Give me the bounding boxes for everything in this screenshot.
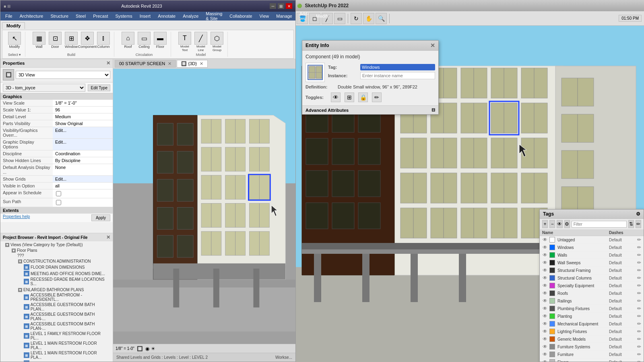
- tag-visibility-icon[interactable]: 👁: [542, 260, 548, 265]
- const-admin-toggle[interactable]: ▼: [18, 259, 22, 263]
- menu-file[interactable]: File: [2, 13, 16, 19]
- tag-color-swatch[interactable]: [549, 321, 555, 327]
- tab-3d[interactable]: 🔲 {3D} ✕: [177, 60, 208, 68]
- model-group-tool[interactable]: ⬡ Model Group: [210, 32, 224, 52]
- toggle-cast-shadows[interactable]: ⊞: [345, 93, 354, 102]
- tags-gear-icon[interactable]: ⚙: [636, 211, 640, 217]
- entity-tag-value[interactable]: Windows: [360, 64, 435, 70]
- door-tool[interactable]: ⊡ Door: [48, 32, 62, 49]
- tag-color-swatch[interactable]: [549, 329, 555, 334]
- tag-visibility-icon[interactable]: 👁: [542, 298, 548, 304]
- tag-visibility-icon[interactable]: 👁: [542, 321, 548, 327]
- tag-edit-icon[interactable]: ✏: [637, 252, 641, 258]
- sk-pan-tool[interactable]: ✋: [363, 13, 374, 24]
- wall-tool[interactable]: ▦ Wall: [32, 32, 46, 49]
- tag-color-swatch[interactable]: [549, 336, 555, 342]
- tag-edit-icon[interactable]: ✏: [637, 306, 641, 311]
- view-toolbar-icon-2[interactable]: ◉: [145, 346, 149, 352]
- tag-edit-icon[interactable]: ✏: [637, 245, 641, 250]
- toggle-visibility[interactable]: 👁: [331, 93, 341, 102]
- sk-rect-tool[interactable]: ▭: [334, 13, 345, 24]
- tag-color-swatch[interactable]: [549, 359, 555, 362]
- 3d-tab-close[interactable]: ✕: [200, 61, 203, 66]
- tag-edit-icon[interactable]: ✏: [637, 336, 641, 342]
- tag-visibility-icon[interactable]: 👁: [542, 344, 548, 350]
- edit-type-button[interactable]: Edit Type: [88, 84, 110, 91]
- list-item[interactable]: ▦ PRESIDENTIAL BATHROOM: [21, 360, 111, 362]
- tag-visibility-icon[interactable]: 👁: [542, 306, 548, 311]
- tag-visibility-icon[interactable]: 👁: [542, 275, 548, 281]
- component-tool[interactable]: ❖ Component: [80, 32, 95, 49]
- prop-value-graphicdisplay[interactable]: Edit...: [53, 139, 113, 150]
- tag-visibility-icon[interactable]: 👁: [542, 329, 548, 334]
- menu-insert[interactable]: Insert: [136, 13, 154, 19]
- entity-advanced-row[interactable]: Advanced Attributes ⊟: [302, 105, 438, 114]
- tags-edit-button[interactable]: ✏: [636, 220, 641, 228]
- tag-row[interactable]: 👁 Railings Default ✏: [540, 297, 644, 305]
- tag-edit-icon[interactable]: ✏: [637, 275, 641, 281]
- tags-settings-button[interactable]: ⚙: [564, 220, 570, 228]
- menu-structure[interactable]: Structure: [47, 13, 72, 19]
- tag-edit-icon[interactable]: ✏: [637, 283, 641, 288]
- entity-info-close[interactable]: ✕: [430, 42, 435, 49]
- menu-precast[interactable]: Precast: [90, 13, 111, 19]
- view-type-dropdown[interactable]: 3D View: [16, 71, 110, 79]
- maximize-button[interactable]: ⊞: [278, 3, 284, 9]
- list-item[interactable]: ▦ ACCESSIBLE GUESTROOM BATH PLAN...: [21, 302, 111, 312]
- properties-help-link[interactable]: Properties help: [3, 214, 30, 221]
- list-item[interactable]: ▦ FLOOR DRAIN DIMENSIONS: [21, 264, 111, 270]
- tag-edit-icon[interactable]: ✏: [637, 267, 641, 273]
- tag-color-swatch[interactable]: [549, 267, 555, 273]
- menu-collaborate[interactable]: Collaborate: [226, 13, 255, 19]
- tag-edit-icon[interactable]: ✏: [637, 329, 641, 334]
- menu-steel[interactable]: Steel: [72, 13, 89, 19]
- tag-edit-icon[interactable]: ✏: [637, 344, 641, 350]
- sk-orbit-tool[interactable]: ↻: [351, 13, 362, 24]
- project-browser-close[interactable]: ✕: [106, 234, 110, 240]
- tag-color-swatch[interactable]: [549, 344, 555, 350]
- ceiling-tool[interactable]: ▭ Ceiling: [137, 32, 151, 49]
- window-tool[interactable]: ⊞ Window: [64, 32, 78, 49]
- tag-visibility-icon[interactable]: 👁: [542, 252, 548, 258]
- menu-manage[interactable]: Manage: [273, 13, 295, 19]
- list-item[interactable]: ▦ LEVEL 1 MAIN RESTROOM FLOOR PLA...: [21, 341, 111, 350]
- list-item[interactable]: ▦ ACCESSIBLE BATHROOM - PRESIDENTL...: [21, 292, 111, 302]
- tag-row[interactable]: 👁 Planting Default ✏: [540, 313, 644, 320]
- tag-color-swatch[interactable]: [549, 283, 555, 288]
- 3d-viewport[interactable]: [113, 69, 295, 344]
- prop-value-vgover[interactable]: Edit...: [53, 127, 113, 138]
- entity-instance-input[interactable]: [360, 72, 435, 79]
- tag-row[interactable]: 👁 Furniture Default ✏: [540, 351, 644, 358]
- tags-eye-button[interactable]: 👁: [557, 220, 562, 228]
- tag-edit-icon[interactable]: ✏: [637, 321, 641, 327]
- floor-plans-toggle[interactable]: ▼: [12, 249, 16, 253]
- list-item[interactable]: ▦ LEVEL 1 MAIN RESTROOM FLOOR PLA...: [21, 350, 111, 360]
- tags-delete-button[interactable]: −: [549, 220, 555, 228]
- menu-massing[interactable]: Massing & Site: [202, 10, 225, 22]
- startup-tab-close[interactable]: ✕: [168, 61, 171, 66]
- tag-visibility-icon[interactable]: 👁: [542, 313, 548, 319]
- tag-visibility-icon[interactable]: 👁: [542, 290, 548, 296]
- tags-sort-button[interactable]: ⇅: [628, 220, 634, 228]
- tag-row[interactable]: 👁 Mechanical Equipment Default ✏: [540, 320, 644, 328]
- tag-edit-icon[interactable]: ✏: [637, 313, 641, 319]
- list-item[interactable]: ▦ RECESSED GRADE BEAM LOCATIONS S...: [21, 277, 111, 286]
- tag-row[interactable]: 👁 Wall Sweeps Default ✏: [540, 259, 644, 267]
- roof-tool[interactable]: ⌂ Roof: [121, 32, 135, 49]
- tag-visibility-icon[interactable]: 👁: [542, 237, 548, 243]
- tag-color-swatch[interactable]: [549, 298, 555, 304]
- tag-row[interactable]: 👁 Specialty Equipment Default ✏: [540, 282, 644, 290]
- tab-startup[interactable]: 00 STARTUP SCREEN ✕: [115, 60, 176, 68]
- sk-zoom-tool[interactable]: 🔍: [376, 13, 387, 24]
- tag-row[interactable]: 👁 Windows Default ✏: [540, 244, 644, 251]
- tag-edit-icon[interactable]: ✏: [637, 260, 641, 265]
- tag-visibility-icon[interactable]: 👁: [542, 336, 548, 342]
- tag-row[interactable]: 👁 Plumbing Fixtures Default ✏: [540, 305, 644, 313]
- tag-row[interactable]: 👁 Generic Models Default ✏: [540, 335, 644, 343]
- tag-color-swatch[interactable]: [549, 252, 555, 258]
- tag-edit-icon[interactable]: ✏: [637, 359, 641, 362]
- toggle-hidden[interactable]: ✏: [372, 93, 382, 102]
- tag-row[interactable]: 👁 Furniture Systems Default ✏: [540, 343, 644, 351]
- tag-row[interactable]: 👁 Untagged Default ✏: [540, 236, 644, 244]
- tag-color-swatch[interactable]: [549, 290, 555, 296]
